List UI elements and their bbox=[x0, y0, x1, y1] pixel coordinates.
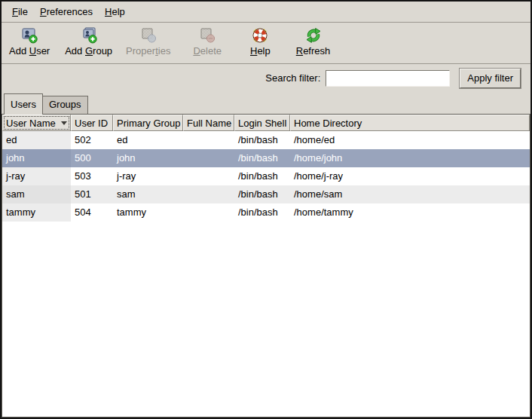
menu-file[interactable]: File bbox=[6, 4, 34, 20]
table-header: User Name User ID Primary Group Full Nam… bbox=[2, 115, 530, 131]
toolbar: Add User Add Group bbox=[2, 23, 530, 64]
tab-groups[interactable]: Groups bbox=[42, 96, 88, 114]
tab-strip: Users Groups bbox=[2, 92, 530, 114]
add-user-icon bbox=[20, 26, 39, 45]
table-row-ed[interactable]: ed 502 ed /bin/bash /home/ed bbox=[2, 131, 530, 149]
menubar: File Preferences Help bbox=[2, 2, 530, 23]
search-filter-input[interactable] bbox=[326, 70, 450, 87]
column-header-home-directory[interactable]: Home Directory bbox=[290, 115, 530, 131]
refresh-button[interactable]: Refresh bbox=[293, 25, 334, 57]
column-header-login-shell[interactable]: Login Shell bbox=[234, 115, 290, 131]
column-header-full-name[interactable]: Full Name bbox=[183, 115, 234, 131]
table-row-sam[interactable]: sam 501 sam /bin/bash /home/sam bbox=[2, 185, 530, 203]
table-row-john-selected[interactable]: john 500 john /bin/bash /home/john bbox=[2, 149, 530, 167]
add-user-button[interactable]: Add User bbox=[6, 25, 53, 57]
sort-arrow-down-icon bbox=[61, 121, 67, 125]
filter-bar: Search filter: Apply filter bbox=[2, 64, 530, 92]
column-header-primary-group[interactable]: Primary Group bbox=[113, 115, 183, 131]
refresh-icon bbox=[304, 26, 323, 45]
column-header-user-name[interactable]: User Name bbox=[2, 115, 71, 131]
menu-preferences[interactable]: Preferences bbox=[34, 4, 99, 20]
table-empty-area bbox=[2, 222, 530, 417]
delete-button[interactable]: Delete bbox=[190, 25, 225, 57]
tab-users[interactable]: Users bbox=[4, 93, 43, 115]
add-group-button[interactable]: Add Group bbox=[62, 25, 115, 57]
table-row-tammy[interactable]: tammy 504 tammy /bin/bash /home/tammy bbox=[2, 203, 530, 222]
help-button[interactable]: Help bbox=[247, 25, 274, 57]
properties-button[interactable]: Properties bbox=[123, 25, 173, 57]
delete-icon bbox=[197, 26, 217, 45]
column-header-user-id[interactable]: User ID bbox=[71, 115, 113, 131]
add-group-icon bbox=[79, 26, 99, 45]
user-manager-window: File Preferences Help Add User bbox=[0, 0, 532, 419]
users-table: User Name User ID Primary Group Full Nam… bbox=[2, 114, 530, 417]
help-icon bbox=[250, 26, 270, 45]
table-row-j-ray[interactable]: j-ray 503 j-ray /bin/bash /home/j-ray bbox=[2, 167, 530, 185]
search-filter-label: Search filter: bbox=[265, 72, 320, 84]
apply-filter-button[interactable]: Apply filter bbox=[460, 69, 521, 88]
menu-help[interactable]: Help bbox=[99, 4, 131, 20]
properties-icon bbox=[139, 26, 158, 45]
